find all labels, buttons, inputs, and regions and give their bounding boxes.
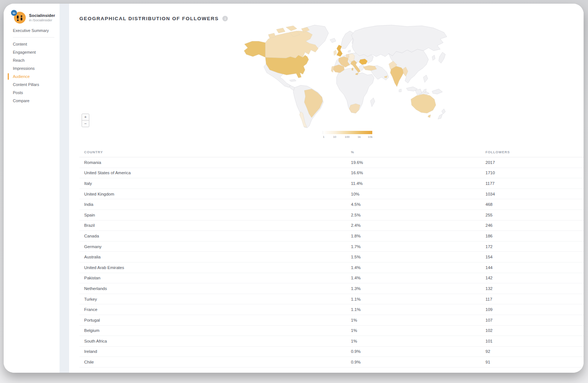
table-row: Germany1.7%172 xyxy=(79,241,584,252)
cell-percent: 1% xyxy=(351,318,485,322)
map-legend: 1101001k10k xyxy=(323,131,373,140)
column-header-percent: % xyxy=(351,150,485,154)
table-row: South Africa1%101 xyxy=(79,336,584,347)
cell-country: Ireland xyxy=(84,349,351,354)
table-row: Ireland0.9%92 xyxy=(79,347,584,357)
cell-percent: 1.5% xyxy=(351,255,485,259)
map-country-south-africa[interactable] xyxy=(349,104,360,113)
brand-handle: in /Socialinsider xyxy=(29,18,52,22)
cell-percent: 2.4% xyxy=(351,223,485,228)
cell-percent: 1.8% xyxy=(351,234,485,238)
map-country-united-kingdom[interactable] xyxy=(337,45,343,57)
cell-followers: 142 xyxy=(485,276,584,280)
cell-country: Chile xyxy=(84,360,351,364)
cell-country: South Africa xyxy=(84,339,351,343)
table-row: Pakistan1.4%142 xyxy=(79,273,584,284)
map-zoom-controls: + − xyxy=(82,114,89,127)
cell-followers: 144 xyxy=(485,265,584,270)
cell-followers: 154 xyxy=(485,255,584,259)
brand-logo[interactable]: in Socialinsider in /Socialinsider xyxy=(11,9,59,25)
table-row: Netherlands1.3%132 xyxy=(79,283,584,294)
map-country-ireland[interactable] xyxy=(334,50,337,56)
country-table-header: COUNTRY % FOLLOWERS xyxy=(79,147,584,157)
map-country-australia[interactable] xyxy=(411,94,436,118)
cell-followers: 92 xyxy=(485,349,584,354)
cell-followers: 102 xyxy=(485,328,584,333)
cell-country: Romania xyxy=(84,160,351,165)
cell-country: United Arab Emirates xyxy=(84,265,351,270)
sidebar-item-audience[interactable]: Audience xyxy=(4,72,60,80)
cell-followers: 255 xyxy=(485,213,584,217)
cell-followers: 2017 xyxy=(485,160,584,165)
table-row: Belgium1%102 xyxy=(79,326,584,336)
table-row: United States of America16.6%1710 xyxy=(79,168,584,179)
map-country-india[interactable] xyxy=(390,66,404,87)
cell-percent: 0.9% xyxy=(351,349,485,354)
cell-followers: 101 xyxy=(485,339,584,343)
sidebar-nav: Executive SummaryContentEngagementReachI… xyxy=(4,26,60,105)
cell-percent: 1.4% xyxy=(351,265,485,270)
zoom-in-button[interactable]: + xyxy=(82,114,89,121)
cell-percent: 1.1% xyxy=(351,297,485,301)
cell-country: Germany xyxy=(84,244,351,249)
app-window: in Socialinsider in /Socialinsider Execu… xyxy=(4,4,584,373)
cell-followers: 109 xyxy=(485,307,584,312)
legend-tick: 10 xyxy=(333,135,336,139)
table-row: Romania19.6%2017 xyxy=(79,157,584,168)
sidebar-item-reach[interactable]: Reach xyxy=(4,56,60,64)
cell-percent: 2.5% xyxy=(351,213,485,217)
sidebar-item-compare[interactable]: Compare xyxy=(4,97,60,105)
cell-country: United States of America xyxy=(84,171,351,175)
table-row: Italy11.4%1177 xyxy=(79,178,584,189)
map-country-benelux[interactable] xyxy=(346,54,349,58)
cell-followers: 132 xyxy=(485,286,584,291)
map-country-portugal[interactable] xyxy=(331,66,334,72)
sidebar-item-impressions[interactable]: Impressions xyxy=(4,64,60,72)
sidebar-item-executive-summary[interactable]: Executive Summary xyxy=(4,26,60,35)
brand-name: Socialinsider xyxy=(29,13,55,18)
cell-percent: 1.4% xyxy=(351,276,485,280)
cell-percent: 1.1% xyxy=(351,307,485,312)
sidebar: in Socialinsider in /Socialinsider Execu… xyxy=(4,4,60,373)
world-map-svg xyxy=(243,23,455,132)
sidebar-item-content[interactable]: Content xyxy=(4,40,60,48)
cell-percent: 1.7% xyxy=(351,244,485,249)
map-country-usa-alaska[interactable] xyxy=(244,41,265,57)
cell-country: Belgium xyxy=(84,328,351,333)
table-row: India4.5%468 xyxy=(79,199,584,210)
sidebar-item-posts[interactable]: Posts xyxy=(4,89,60,97)
table-row: Spain2.5%255 xyxy=(79,210,584,221)
cell-followers: 1177 xyxy=(485,181,584,186)
cell-percent: 11.4% xyxy=(351,181,485,186)
sidebar-item-engagement[interactable]: Engagement xyxy=(4,48,60,56)
cell-percent: 1% xyxy=(351,328,485,333)
legend-tick: 1k xyxy=(358,135,361,139)
zoom-out-button[interactable]: − xyxy=(82,120,89,127)
world-map[interactable] xyxy=(243,23,455,132)
country-table-body: Romania19.6%2017United States of America… xyxy=(79,157,584,368)
sidebar-divider xyxy=(13,37,54,37)
cell-country: Netherlands xyxy=(84,286,351,291)
cell-followers: 468 xyxy=(485,202,584,207)
cell-followers: 117 xyxy=(485,297,584,301)
cell-followers: 1034 xyxy=(485,192,584,196)
section-header: GEOGRAPHICAL DISTRIBUTION OF FOLLOWERS i xyxy=(79,16,228,21)
cell-country: France xyxy=(84,307,351,312)
column-header-followers: FOLLOWERS xyxy=(485,150,584,154)
info-icon[interactable]: i xyxy=(222,16,228,21)
legend-tick: 10k xyxy=(368,135,373,139)
table-row: United Kingdom10%1034 xyxy=(79,189,584,200)
main-content: GEOGRAPHICAL DISTRIBUTION OF FOLLOWERS i xyxy=(69,4,584,373)
table-row: France1.1%109 xyxy=(79,304,584,315)
table-row: Canada1.8%186 xyxy=(79,231,584,241)
cell-country: Portugal xyxy=(84,318,351,322)
sidebar-item-content-pillars[interactable]: Content Pillars xyxy=(4,80,60,89)
legend-labels: 1101001k10k xyxy=(323,135,373,140)
linkedin-badge-icon: in xyxy=(11,10,17,16)
page-title: GEOGRAPHICAL DISTRIBUTION OF FOLLOWERS xyxy=(79,16,219,21)
cell-percent: 1% xyxy=(351,339,485,343)
cell-country: Turkey xyxy=(84,297,351,301)
cell-country: Spain xyxy=(84,213,351,217)
cell-followers: 107 xyxy=(485,318,584,322)
cell-percent: 19.6% xyxy=(351,160,485,165)
